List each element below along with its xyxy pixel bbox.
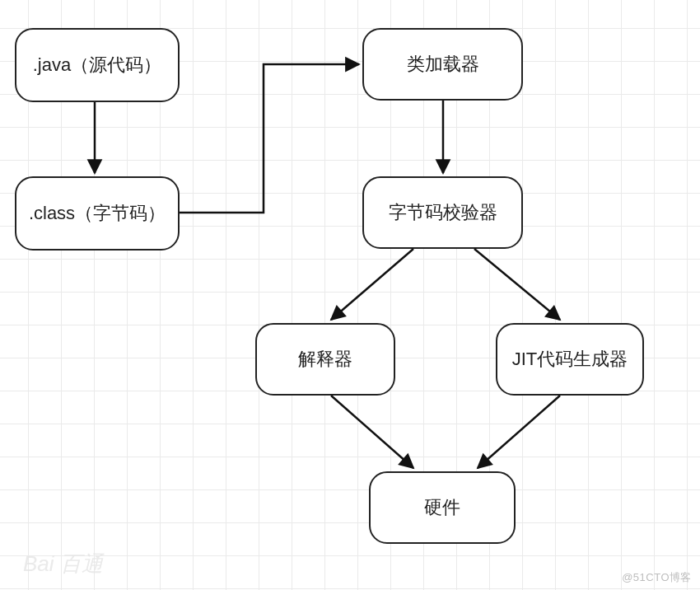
node-verifier: 字节码校验器 <box>362 176 523 249</box>
node-interpreter: 解释器 <box>255 323 395 396</box>
node-class: .class（字节码） <box>15 176 180 251</box>
watermark-left: Bai 百通 <box>23 550 103 578</box>
node-source-label: .java（源代码） <box>33 53 161 77</box>
node-jit: JIT代码生成器 <box>496 323 644 396</box>
node-jit-label: JIT代码生成器 <box>512 347 628 372</box>
node-verifier-label: 字节码校验器 <box>389 200 497 225</box>
node-hardware: 硬件 <box>369 471 516 544</box>
node-classloader-label: 类加载器 <box>407 52 479 77</box>
watermark-right-text: @51CTO博客 <box>622 571 692 583</box>
node-hardware-label: 硬件 <box>424 495 460 520</box>
watermark-right: @51CTO博客 <box>622 570 692 585</box>
watermark-left-text: Bai 百通 <box>23 551 103 576</box>
node-classloader: 类加载器 <box>362 28 523 101</box>
node-source: .java（源代码） <box>15 28 180 102</box>
node-interpreter-label: 解释器 <box>298 347 352 372</box>
node-class-label: .class（字节码） <box>29 201 166 226</box>
